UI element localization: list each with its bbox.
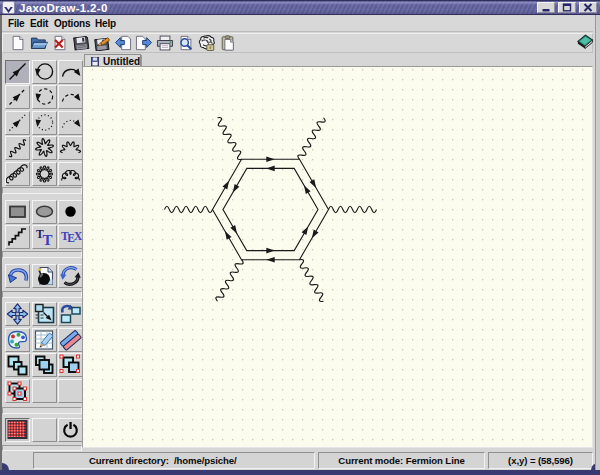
- svg-text:TEX: TEX: [61, 230, 82, 244]
- svg-text:T: T: [43, 232, 53, 248]
